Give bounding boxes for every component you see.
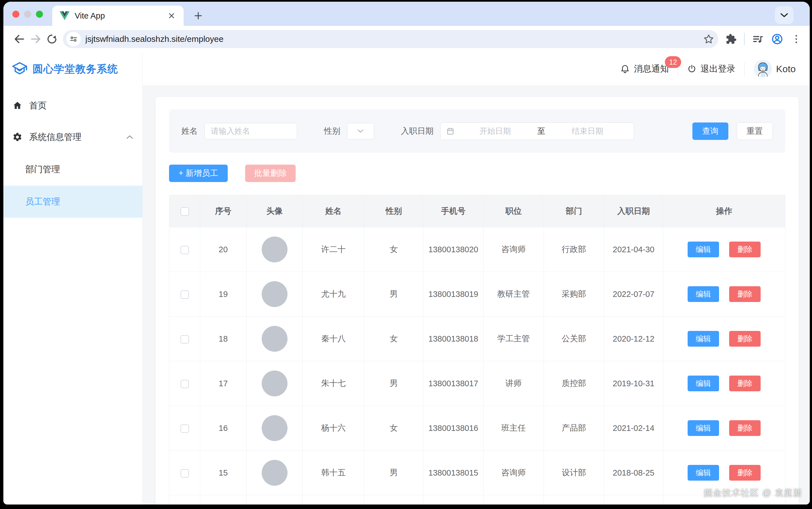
close-window-button[interactable] — [12, 11, 20, 18]
search-button[interactable]: 查询 — [693, 123, 728, 140]
start-date-placeholder[interactable]: 开始日期 — [455, 126, 536, 137]
logout-button[interactable]: 退出登录 — [687, 63, 735, 75]
row-checkbox[interactable] — [181, 425, 189, 433]
delete-button[interactable]: 删除 — [729, 331, 761, 347]
edit-button[interactable]: 编辑 — [687, 465, 719, 481]
profile-icon[interactable] — [771, 33, 783, 45]
delete-button[interactable]: 删除 — [729, 376, 761, 391]
sidebar-item-employee-mgmt[interactable]: 员工管理 — [3, 186, 142, 218]
menu-kebab-icon[interactable] — [791, 33, 802, 45]
notifications-button[interactable]: 消息通知 12 — [620, 63, 669, 75]
hire-date-range-picker[interactable]: 开始日期 至 结束日期 — [440, 123, 634, 140]
main-area: 姓名 性别 — [143, 86, 810, 505]
hire-date-filter-label: 入职日期 — [401, 126, 433, 137]
cell-name: 许二十 — [303, 227, 364, 272]
content-card: 姓名 性别 — [155, 97, 799, 505]
cell-hire-date: 2021-02-14 — [604, 406, 663, 450]
logout-label: 退出登录 — [701, 63, 735, 75]
cell-gender: 女 — [364, 406, 423, 450]
media-controls-icon[interactable] — [752, 33, 764, 45]
reset-button[interactable]: 重置 — [737, 123, 773, 140]
browser-toolbar: jsjtswfniadh.sealoshzh.site/employee — [3, 26, 810, 52]
bell-icon — [620, 64, 630, 74]
table-actions: + 新增员工 批量删除 — [169, 165, 785, 182]
cell-position: 咨询师 — [484, 450, 544, 495]
delete-button[interactable]: 删除 — [729, 465, 761, 481]
col-header-department: 部门 — [544, 195, 604, 227]
edit-button[interactable]: 编辑 — [687, 286, 719, 302]
col-header-no: 序号 — [200, 195, 247, 227]
delete-button[interactable]: 删除 — [729, 242, 761, 257]
row-checkbox[interactable] — [181, 291, 189, 299]
chevron-up-icon — [126, 135, 133, 139]
app-header: 消息通知 12 退出登录 — [143, 52, 810, 86]
edit-button[interactable]: 编辑 — [687, 420, 719, 436]
col-header-gender: 性别 — [364, 195, 423, 227]
zoom-window-button[interactable] — [36, 11, 43, 18]
edit-button[interactable]: 编辑 — [687, 242, 719, 257]
date-range-separator: 至 — [536, 126, 547, 137]
extensions-icon[interactable] — [726, 33, 737, 45]
table-header-row: 序号 头像 姓名 性别 手机号 职位 部门 入职日期 操作 — [169, 195, 785, 227]
edit-button[interactable]: 编辑 — [687, 331, 719, 347]
minimize-window-button[interactable] — [24, 11, 31, 18]
cell-phone: 13800138018 — [426, 333, 481, 345]
cell-name: 秦十八 — [303, 316, 364, 361]
url-bar[interactable]: jsjtswfniadh.sealoshzh.site/employee — [63, 30, 718, 48]
add-employee-button[interactable]: + 新增员工 — [169, 165, 228, 182]
user-menu[interactable]: Koto — [753, 60, 796, 78]
batch-delete-button[interactable]: 批量删除 — [245, 165, 296, 182]
table-row: 18 秦十八 女 13800138018 学工主管 公关部 2020-12-12 — [169, 316, 785, 361]
cell-hire-date: 2018-08-25 — [604, 450, 663, 495]
employee-avatar — [262, 237, 287, 262]
employee-avatar — [262, 371, 287, 396]
cell-position: 咨询师 — [484, 227, 544, 272]
tab-close-icon[interactable] — [167, 11, 176, 21]
cell-department: 产品部 — [544, 406, 604, 450]
tab-search-button[interactable] — [775, 6, 793, 24]
toolbar-right — [723, 33, 802, 45]
screen: Vite App — [0, 0, 812, 509]
select-all-checkbox[interactable] — [181, 207, 189, 216]
sidebar-item-department-mgmt[interactable]: 部门管理 — [3, 156, 142, 183]
table-row: 15 韩十五 男 13800138015 咨询师 设计部 2018-08-25 — [169, 450, 785, 495]
site-settings-icon[interactable] — [66, 32, 81, 46]
delete-button[interactable]: 删除 — [729, 420, 761, 436]
cell-no: 19 — [200, 272, 247, 316]
table-row: 19 尤十九 男 13800138019 教研主管 采购部 2022-07-07 — [169, 272, 785, 316]
forward-icon[interactable] — [28, 31, 44, 47]
header-divider — [744, 62, 745, 75]
employee-avatar — [262, 460, 287, 486]
sidebar-item-label: 首页 — [29, 100, 47, 111]
end-date-placeholder[interactable]: 结束日期 — [547, 126, 628, 137]
row-checkbox[interactable] — [181, 335, 189, 344]
notification-badge: 12 — [665, 56, 681, 68]
row-checkbox[interactable] — [181, 380, 189, 388]
row-checkbox[interactable] — [181, 246, 189, 254]
col-header-avatar: 头像 — [247, 195, 303, 227]
cell-no: 17 — [200, 361, 247, 406]
sidebar-item-system-info[interactable]: 系统信息管理 — [3, 125, 142, 150]
cell-phone: 13800138015 — [426, 467, 481, 479]
new-tab-button[interactable] — [191, 8, 206, 23]
sidebar-item-label: 员工管理 — [25, 196, 60, 208]
sidebar-item-home[interactable]: 首页 — [3, 93, 142, 118]
cell-hire-date: 2020-12-12 — [604, 316, 663, 361]
name-filter-input[interactable] — [204, 123, 297, 139]
cell-position: 讲师 — [484, 361, 544, 406]
notifications-label: 消息通知 — [634, 63, 669, 75]
row-checkbox[interactable] — [181, 469, 189, 478]
reload-icon[interactable] — [44, 31, 60, 47]
cell-phone: 13800138016 — [426, 422, 481, 435]
cell-department: 公关部 — [544, 316, 604, 361]
edit-button[interactable]: 编辑 — [687, 376, 719, 391]
delete-button[interactable]: 删除 — [729, 286, 761, 302]
cell-phone: 13800138017 — [426, 377, 481, 390]
url-text[interactable]: jsjtswfniadh.sealoshzh.site/employee — [85, 34, 699, 44]
back-icon[interactable] — [11, 31, 28, 47]
browser-window: Vite App — [3, 2, 810, 505]
gender-select[interactable] — [347, 123, 374, 139]
cell-gender: 男 — [364, 272, 423, 316]
browser-tab[interactable]: Vite App — [52, 6, 184, 26]
bookmark-star-icon[interactable] — [703, 33, 714, 45]
